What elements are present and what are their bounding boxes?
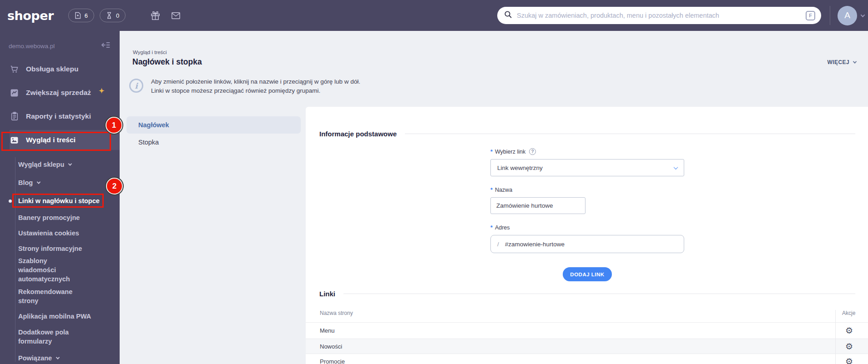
more-button[interactable]: WIĘCEJ: [828, 59, 856, 65]
section-divider: [405, 134, 855, 134]
drafts-count: 6: [85, 12, 88, 19]
row-name[interactable]: Promocje: [306, 354, 835, 364]
global-search: F: [497, 7, 821, 24]
main-content: Wygląd i treści Nagłówek i stopka WIĘCEJ…: [120, 31, 868, 364]
sidebar-item-label: Obsługa sklepu: [26, 65, 78, 73]
column-akcje: Akcje: [835, 310, 868, 322]
hourglass-icon: [106, 12, 112, 19]
link-type-select[interactable]: Link wewnętrzny: [490, 159, 684, 176]
info-line-2: Linki w stopce możesz przeciągać również…: [151, 86, 360, 95]
document-plus-icon: [75, 12, 81, 19]
sidebar-subitem-dodatkowe-pola[interactable]: Dodatkowe pola formularzy: [18, 324, 120, 349]
table-row[interactable]: Nowości ⚙: [306, 339, 868, 354]
report-icon: [10, 112, 19, 121]
gear-icon[interactable]: ⚙: [845, 326, 853, 335]
avatar[interactable]: A: [838, 6, 857, 25]
submenu-guide-line: [15, 157, 15, 362]
annotation-step-1: 1: [106, 117, 122, 134]
address-input[interactable]: [505, 241, 677, 248]
content-card: Informacje podstawowe * Wybierz link ? L…: [306, 107, 868, 364]
tab-stopka[interactable]: Stopka: [126, 134, 301, 151]
address-field: /: [490, 235, 684, 253]
sidebar-item-raporty[interactable]: Raporty i statystyki: [0, 105, 120, 128]
pending-count: 0: [116, 12, 119, 19]
table-row[interactable]: Menu ⚙: [306, 322, 868, 339]
name-label: * Nazwa: [490, 187, 684, 193]
chevron-down-icon: [861, 13, 865, 17]
sidebar: demo.webowa.pl Obsługa sklepu: [0, 31, 120, 364]
breadcrumb: Wygląd i treści: [133, 50, 167, 55]
sidebar-item-wyglad-i-tresci[interactable]: Wygląd i treści: [0, 128, 120, 152]
table-row[interactable]: Promocje ⚙: [306, 354, 868, 364]
sidebar-item-label: Raporty i statystyki: [26, 112, 91, 120]
section-informacje-podstawowe: Informacje podstawowe: [319, 107, 855, 138]
row-name[interactable]: Nowości: [306, 339, 835, 354]
user-menu[interactable]: A: [830, 0, 864, 31]
link-type-label: * Wybierz link ?: [490, 148, 684, 155]
chevron-down-icon: [56, 355, 60, 359]
annotation-step-2: 2: [106, 178, 123, 194]
section-linki: Linki: [319, 290, 855, 298]
column-nazwa-strony: Nazwa strony: [306, 310, 835, 322]
link-form: * Wybierz link ? Link wewnętrzny * Nazwa…: [490, 148, 684, 281]
search-input[interactable]: [517, 12, 806, 19]
search-icon: [504, 10, 512, 20]
section-list: Nagłówek Stopka: [126, 116, 301, 151]
name-input[interactable]: [490, 197, 585, 214]
help-icon[interactable]: ?: [529, 148, 536, 155]
required-mark: *: [490, 224, 493, 231]
section-title: Informacje podstawowe: [319, 130, 397, 138]
sidebar-subitem-aplikacja-mobilna-pwa[interactable]: Aplikacja mobilna PWA: [18, 309, 120, 324]
collapse-sidebar-icon[interactable]: [101, 41, 111, 50]
gear-icon[interactable]: ⚙: [845, 357, 853, 364]
page-title: Nagłówek i stopka: [132, 57, 202, 67]
sidebar-subitem-linki-w-naglowku-i-stopce[interactable]: Linki w nagłówku i stopce: [18, 192, 120, 210]
section-title: Linki: [319, 290, 335, 298]
sidebar-subitem-powiazane[interactable]: Powiązane: [18, 349, 120, 364]
chevron-down-icon: [68, 162, 72, 165]
gift-icon[interactable]: [150, 10, 161, 21]
topbar: shoper 6 0 F: [0, 0, 868, 31]
chart-icon: [10, 89, 19, 97]
sidebar-item-label: Zwiększaj sprzedaż: [26, 89, 91, 97]
drafts-badge[interactable]: 6: [68, 9, 94, 22]
chevron-down-icon: [37, 180, 40, 184]
required-mark: *: [490, 187, 493, 193]
sidebar-item-label: Wygląd i treści: [26, 136, 76, 144]
info-note: i Aby zmienić położenie linków, kliknij …: [129, 77, 360, 95]
store-domain: demo.webowa.pl: [9, 43, 55, 50]
image-icon: [10, 136, 19, 145]
add-link-button[interactable]: DODAJ LINK: [563, 267, 612, 281]
topbar-divider: [830, 6, 830, 25]
sidebar-item-obsluga-sklepu[interactable]: Obsługa sklepu: [0, 57, 120, 81]
sidebar-submenu: Wygląd sklepu Blog Linki w nagłówku i st…: [0, 155, 120, 364]
chevron-down-icon: [674, 165, 678, 170]
active-bullet-icon: [9, 199, 12, 203]
chevron-down-icon: [853, 60, 857, 63]
sidebar-subitem-wyglad-sklepu[interactable]: Wygląd sklepu: [18, 155, 120, 174]
sidebar-subitem-ustawienia-cookies[interactable]: Ustawienia cookies: [18, 225, 120, 241]
search-shortcut-key: F: [806, 11, 815, 20]
section-divider: [343, 294, 855, 294]
pending-badge[interactable]: 0: [100, 9, 126, 22]
info-line-1: Aby zmienić położenie linków, kliknij na…: [151, 77, 360, 86]
tab-naglowek[interactable]: Nagłówek: [126, 116, 301, 134]
sidebar-subitem-strony-informacyjne[interactable]: Strony informacyjne: [18, 241, 120, 256]
row-name[interactable]: Menu: [306, 323, 835, 339]
address-prefix: /: [497, 241, 499, 248]
cart-icon: [10, 65, 19, 74]
links-table: Nazwa strony Akcje Menu ⚙ Nowości ⚙ Prom…: [306, 310, 868, 364]
table-header: Nazwa strony Akcje: [306, 310, 868, 322]
gear-icon[interactable]: ⚙: [845, 342, 853, 351]
link-type-value: Link wewnętrzny: [497, 165, 543, 171]
info-icon: i: [129, 79, 143, 93]
sidebar-subitem-rekomendowane-strony[interactable]: Rekomendowane strony: [18, 284, 120, 309]
sidebar-item-zwiekszaj-sprzedaz[interactable]: Zwiększaj sprzedaż ✦: [0, 81, 120, 105]
address-label: * Adres: [490, 224, 684, 231]
sidebar-subitem-szablony-wiadomosci[interactable]: Szablony wiadomości automatycznych: [18, 256, 120, 284]
sidebar-subitem-banery-promocyjne[interactable]: Banery promocyjne: [18, 210, 120, 225]
mail-icon[interactable]: [171, 10, 181, 21]
sidebar-subitem-blog[interactable]: Blog: [18, 174, 120, 192]
required-mark: *: [490, 149, 493, 155]
shoper-logo: shoper: [7, 9, 54, 23]
